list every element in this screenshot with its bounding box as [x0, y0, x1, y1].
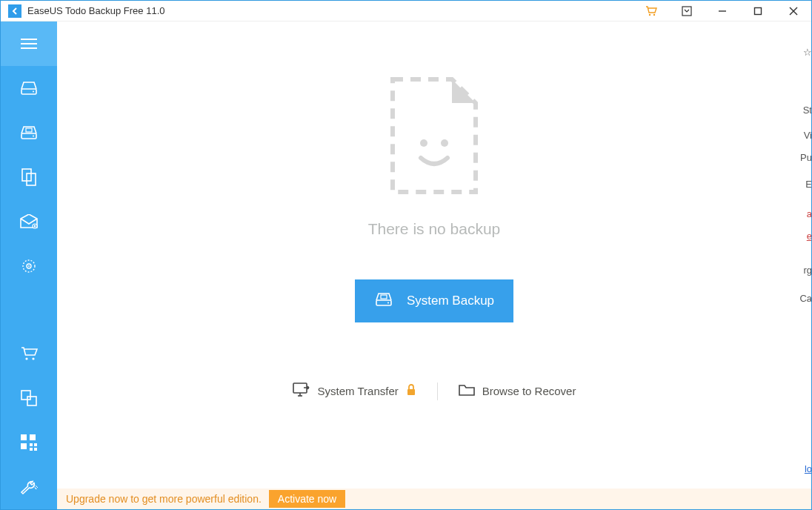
svg-rect-28	[21, 443, 27, 449]
bg-fragment: Ca	[799, 293, 812, 304]
system-backup-label: System Backup	[407, 294, 494, 308]
svg-rect-37	[381, 295, 387, 299]
sidebar-smart-backup[interactable]	[1, 244, 57, 288]
svg-rect-13	[26, 128, 32, 132]
browse-recover-label: Browse to Recover	[482, 385, 576, 397]
svg-point-1	[653, 13, 655, 15]
upgrade-bar: Upgrade now to get more powerful edition…	[57, 489, 811, 509]
browse-recover-link[interactable]: Browse to Recover	[438, 383, 597, 399]
svg-rect-30	[34, 443, 37, 446]
sidebar-buy[interactable]	[1, 331, 57, 376]
bg-fragment: E	[805, 179, 812, 190]
sidebar-file-backup[interactable]	[1, 155, 57, 199]
drive-icon	[374, 291, 393, 311]
svg-point-23	[32, 357, 34, 360]
bg-fragment: rg	[803, 265, 812, 276]
svg-point-34	[420, 139, 427, 147]
svg-point-21	[28, 265, 30, 267]
body: There is no backup System Backup System …	[1, 21, 811, 509]
system-transfer-label: System Transfer	[318, 385, 399, 397]
sidebar-system-backup[interactable]	[1, 110, 57, 155]
svg-rect-25	[27, 397, 36, 405]
app-title: EaseUS Todo Backup Free 11.0	[27, 5, 165, 16]
svg-rect-27	[30, 434, 36, 440]
svg-rect-18	[34, 225, 36, 228]
svg-rect-4	[755, 7, 762, 14]
svg-point-0	[649, 13, 650, 15]
system-transfer-link[interactable]: System Transfer	[272, 382, 437, 400]
lock-icon	[406, 384, 416, 398]
svg-rect-24	[21, 391, 30, 400]
bg-fragment: Pu	[800, 152, 812, 163]
sidebar-tools-wrench[interactable]	[1, 465, 57, 509]
maximize-button[interactable]	[740, 1, 776, 21]
svg-point-22	[25, 357, 27, 360]
bg-fragment: e	[807, 231, 812, 242]
svg-rect-2	[682, 7, 691, 16]
content: There is no backup System Backup System …	[57, 21, 811, 489]
menu-button[interactable]	[1, 21, 57, 66]
no-backup-text: There is no backup	[368, 220, 501, 238]
activate-button[interactable]: Activate now	[269, 490, 345, 508]
svg-rect-32	[34, 448, 37, 451]
bg-fragment: lo	[805, 463, 812, 474]
svg-rect-42	[407, 389, 415, 395]
dropdown-icon[interactable]	[669, 1, 705, 21]
empty-file-icon	[388, 75, 480, 199]
svg-point-11	[33, 91, 34, 93]
svg-rect-26	[21, 434, 27, 440]
footer-links: System Transfer Browse to Recover	[272, 382, 597, 400]
svg-point-14	[33, 136, 34, 137]
sidebar-disk-backup[interactable]	[1, 66, 57, 110]
bg-fragment: Vi	[804, 130, 812, 141]
minimize-button[interactable]	[705, 1, 740, 21]
app-logo-icon	[8, 4, 21, 18]
svg-rect-29	[30, 443, 33, 446]
sidebar-tools-grid[interactable]	[1, 420, 57, 465]
svg-point-38	[387, 302, 389, 303]
system-backup-button[interactable]: System Backup	[355, 279, 513, 322]
sidebar	[1, 21, 57, 509]
titlebar: EaseUS Todo Backup Free 11.0	[1, 1, 811, 21]
bg-fragment: ☆	[803, 47, 812, 58]
bg-fragment: St	[803, 105, 812, 116]
app-window: EaseUS Todo Backup Free 11.0	[0, 0, 812, 510]
bg-fragment: a	[807, 208, 812, 219]
close-button[interactable]	[776, 1, 811, 21]
sidebar-mail-backup[interactable]	[1, 199, 57, 244]
folder-icon	[459, 383, 475, 399]
upgrade-text: Upgrade now to get more powerful edition…	[66, 493, 262, 505]
svg-point-35	[441, 139, 448, 147]
main: There is no backup System Backup System …	[57, 21, 811, 509]
transfer-icon	[293, 382, 310, 400]
sidebar-clone[interactable]	[1, 376, 57, 420]
buy-icon[interactable]	[633, 1, 669, 21]
svg-rect-31	[30, 448, 33, 451]
